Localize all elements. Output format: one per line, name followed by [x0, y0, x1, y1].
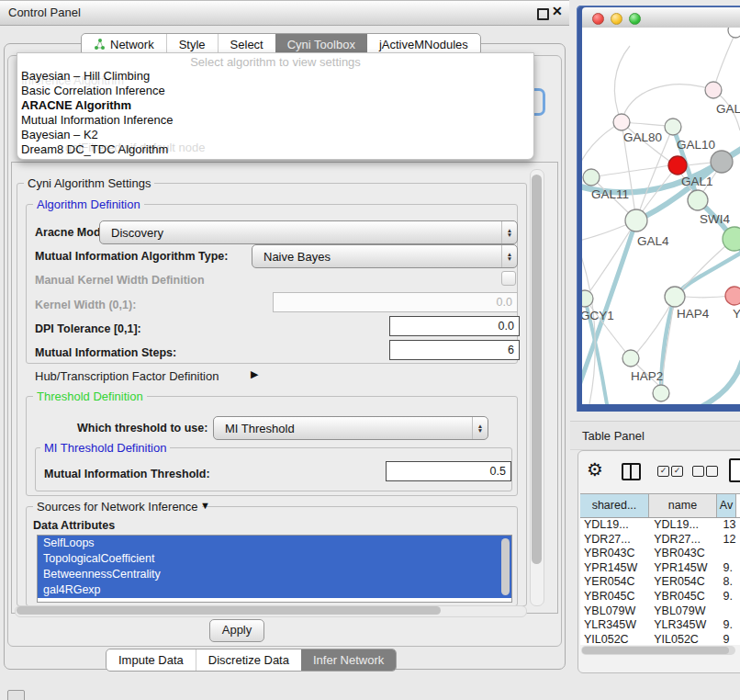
edge	[585, 220, 636, 299]
column-header-name[interactable]: name	[649, 494, 717, 517]
node-gray[interactable]	[711, 151, 733, 173]
list-vscrollbar-thumb[interactable]	[501, 538, 510, 595]
table-row[interactable]: YER054CYER054C8.	[580, 575, 740, 590]
minimized-panel-icon[interactable]	[7, 690, 25, 700]
close-icon[interactable]: ✕	[552, 4, 563, 18]
collapse-arrow-icon[interactable]: ▼	[200, 500, 210, 511]
kernel-width-field[interactable]: 0.0	[273, 292, 518, 312]
deselect-all-icon[interactable]	[692, 466, 704, 477]
node-gal4[interactable]	[625, 209, 647, 231]
table-row[interactable]: YBL079WYBL079W	[580, 604, 740, 619]
node-label: GAL	[716, 102, 740, 116]
dropdown-item[interactable]: Bayesian – K2	[21, 128, 98, 141]
network-window-titlebar[interactable]	[582, 7, 740, 28]
expand-arrow-icon[interactable]: ▶	[251, 368, 258, 380]
table-row[interactable]: YIL052CYIL052C9	[580, 633, 740, 645]
node-swi4[interactable]	[688, 190, 708, 210]
bottom-tabbar: Impute Data Discretize Data Infer Networ…	[106, 649, 397, 672]
close-window-icon[interactable]	[592, 13, 604, 25]
list-item[interactable]: TopologicalCoefficient	[38, 551, 511, 567]
dropdown-item[interactable]: Bayesian – Hill Climbing	[21, 69, 150, 83]
table-row[interactable]: YDR27...YDR27...12	[580, 533, 740, 548]
column-header-partial[interactable]: Av	[717, 494, 736, 517]
dropdown-item[interactable]: Basic Correlation Inference	[21, 84, 165, 97]
node-gal1-red[interactable]	[668, 156, 687, 175]
which-threshold-combo[interactable]: MI Threshold ▲▼	[213, 416, 488, 440]
table-hscrollbar-thumb[interactable]	[582, 647, 729, 654]
screen: Control Panel ✕ Network Style Select Cyn…	[0, 0, 740, 700]
edge	[622, 85, 713, 122]
mi-steps-field[interactable]: 6	[389, 340, 520, 360]
edge	[696, 362, 740, 404]
dpi-tolerance-field[interactable]: 0.0	[389, 316, 520, 336]
aracne-mode-combo[interactable]: Discovery ▲▼	[99, 220, 518, 244]
which-threshold-label: Which threshold to use:	[77, 422, 207, 435]
apply-button[interactable]: Apply	[209, 619, 264, 642]
node-gcy1[interactable]	[582, 290, 593, 307]
dropdown-item-selected[interactable]: ARACNE Algorithm	[21, 98, 131, 112]
table-row[interactable]: YDL19...YDL19...13	[580, 518, 740, 533]
node-gal11[interactable]	[583, 169, 600, 186]
node-table: shared... name Av YDL19...YDL19...13 YDR…	[580, 493, 740, 645]
node-gal10[interactable]	[665, 119, 681, 135]
tab-network-label: Network	[110, 38, 154, 51]
table-row[interactable]: YLR345WYLR345W9.	[580, 618, 740, 633]
manual-kernel-width-checkbox[interactable]	[501, 271, 516, 286]
mi-algorithm-type-combo[interactable]: Naive Bayes ▲▼	[252, 244, 518, 268]
algorithm-dropdown: Select algorithm to view settings Infere…	[17, 52, 534, 160]
network-canvas[interactable]: GAL GAL80 GAL10 GAL1 GAL11 SWI4 GAL4 GCY…	[582, 28, 740, 404]
settings-vscrollbar-thumb[interactable]	[532, 175, 542, 564]
table-row[interactable]: YPR145WYPR145W9.	[580, 561, 740, 576]
float-panel-icon[interactable]	[537, 8, 549, 20]
table-row[interactable]: YBR045CYBR045C9.	[580, 590, 740, 604]
column-header-shared-name[interactable]: shared...	[580, 494, 649, 517]
data-attributes-list: SelfLoops TopologicalCoefficient Between…	[37, 535, 512, 603]
table-hscrollbar[interactable]	[581, 646, 735, 655]
stepper-icon: ▲▼	[501, 221, 517, 243]
split-view-icon[interactable]	[622, 463, 641, 480]
node-label: HAP4	[677, 307, 710, 321]
deselect-all-icon[interactable]	[706, 466, 718, 477]
select-all-icon[interactable]: ✓	[657, 466, 669, 477]
node-gal[interactable]	[705, 82, 722, 98]
node-hap4[interactable]	[665, 287, 685, 307]
list-item[interactable]: gal4RGexp	[38, 582, 511, 598]
node-label: SWI4	[700, 212, 730, 226]
node[interactable]	[728, 28, 740, 38]
table-row[interactable]: YBR043CYBR043C	[580, 547, 740, 561]
settings-hscrollbar-thumb[interactable]	[17, 606, 441, 615]
node-salmon[interactable]	[725, 287, 740, 305]
dropdown-item[interactable]: Dream8 DC_TDC Algorithm	[21, 142, 168, 156]
table-panel-window: ⚙ ✓ ✓ shared... name Av YDL19...YDL19...…	[577, 450, 740, 673]
mi-threshold-title: MI Threshold Definition	[40, 441, 170, 455]
mi-threshold-field[interactable]: 0.5	[386, 461, 511, 481]
node-label: Y	[733, 307, 740, 321]
new-table-icon[interactable]	[729, 458, 740, 482]
tab-discretize-data[interactable]: Discretize Data	[196, 649, 301, 671]
network-graph: GAL GAL80 GAL10 GAL1 GAL11 SWI4 GAL4 GCY…	[582, 28, 740, 404]
list-item[interactable]: SelfLoops	[38, 536, 511, 551]
hub-definition-label[interactable]: Hub/Transcription Factor Definition	[35, 369, 219, 383]
tab-impute-data[interactable]: Impute Data	[107, 649, 196, 671]
node-label: GCY1	[582, 309, 614, 322]
gear-icon[interactable]: ⚙	[587, 460, 603, 479]
mi-threshold-label: Mutual Information Threshold:	[44, 468, 210, 480]
node[interactable]	[653, 385, 669, 401]
dpi-tolerance-label: DPI Tolerance [0,1]:	[35, 322, 141, 335]
sources-title[interactable]: Sources for Network Inference	[33, 500, 202, 514]
edge	[591, 165, 670, 177]
table-panel-titlebar: Table Panel	[570, 421, 740, 450]
dropdown-item[interactable]: Mutual Information Inference	[21, 113, 173, 127]
select-all-icon[interactable]: ✓	[671, 466, 683, 477]
edge	[661, 254, 740, 388]
zoom-window-icon[interactable]	[629, 13, 641, 25]
node-hap2[interactable]	[622, 350, 639, 367]
stepper-icon: ▲▼	[472, 417, 488, 439]
minimize-window-icon[interactable]	[611, 13, 622, 25]
list-item[interactable]: BetweennessCentrality	[38, 567, 511, 582]
control-panel-title: Control Panel	[8, 6, 81, 19]
tab-infer-network[interactable]: Infer Network	[301, 649, 396, 671]
node-green-large[interactable]	[723, 227, 740, 251]
node-label: GAL80	[623, 130, 662, 144]
node-gal80[interactable]	[613, 114, 630, 130]
